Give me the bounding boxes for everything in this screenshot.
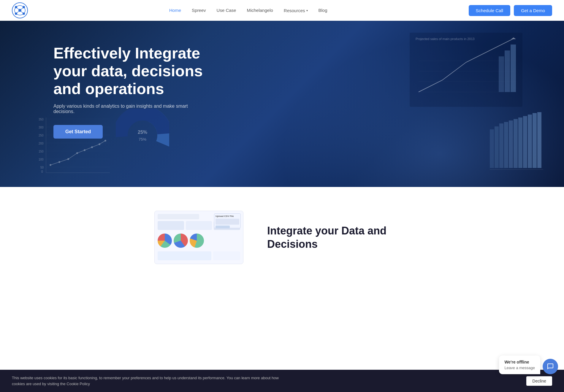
svg-rect-52 [499,123,503,168]
upload-modal: Upload CSV File [214,213,241,228]
section-two: Upload CSV File Integrate your Data and … [0,187,564,288]
svg-point-27 [50,164,51,166]
svg-text:Projected sales of main produc: Projected sales of main products in 2013 [416,37,475,41]
logo-icon [12,2,28,18]
svg-rect-51 [495,126,499,168]
svg-rect-53 [504,122,508,168]
navbar: Home Spreev Use Case Michelangelo Resour… [0,0,564,21]
svg-text:200: 200 [39,142,44,145]
svg-text:50: 50 [40,166,44,169]
svg-point-32 [91,146,93,148]
svg-point-28 [58,161,60,163]
svg-text:100: 100 [39,158,44,161]
svg-point-34 [104,140,106,142]
section-two-title: Integrate your Data and Decisions [267,224,410,251]
get-started-button[interactable]: Get Started [53,125,103,139]
svg-point-29 [67,158,69,160]
nav-item-blog[interactable]: Blog [319,8,327,13]
svg-rect-56 [518,118,522,168]
hero-title: Effectively Integrate your data, decisio… [53,45,208,98]
nav-item-home[interactable]: Home [169,8,181,13]
nav-item-resources[interactable]: Resources ▾ [284,8,308,13]
nav-buttons: Schedule Call Get a Demo [469,5,552,16]
svg-rect-54 [509,120,513,168]
section-two-text: Integrate your Data and Decisions [267,224,410,251]
svg-rect-55 [514,119,518,168]
svg-rect-46 [499,56,504,92]
schedule-call-button[interactable]: Schedule Call [469,5,511,16]
svg-rect-58 [528,115,532,168]
hero-section: 350 300 250 200 150 100 50 0 [0,21,564,187]
nav-item-use-case[interactable]: Use Case [217,8,236,13]
hero-line-chart: Projected sales of main products in 2013 [410,33,522,108]
dashboard-preview: Upload CSV File [154,211,243,264]
svg-rect-60 [537,112,541,168]
svg-rect-48 [511,45,516,92]
svg-point-33 [99,143,100,145]
svg-rect-57 [523,116,527,168]
dashboard-mock: Upload CSV File [154,211,243,264]
svg-point-31 [84,149,85,151]
nav-links: Home Spreev Use Case Michelangelo Resour… [169,8,327,13]
svg-text:150: 150 [39,150,44,153]
svg-rect-50 [490,129,494,168]
logo-area [12,2,28,18]
get-demo-button[interactable]: Get a Demo [514,5,552,16]
hero-right-bar-chart [487,112,552,178]
svg-rect-47 [505,50,510,92]
svg-text:0: 0 [41,170,43,173]
nav-item-michelangelo[interactable]: Michelangelo [247,8,273,13]
dropdown-arrow-icon: ▾ [306,9,308,12]
hero-content: Effectively Integrate your data, decisio… [0,21,208,139]
svg-point-30 [76,152,78,154]
hero-subtitle: Apply various kinds of analytics to gain… [53,104,190,114]
nav-item-spreev[interactable]: Spreev [192,8,206,13]
svg-rect-59 [533,113,537,168]
